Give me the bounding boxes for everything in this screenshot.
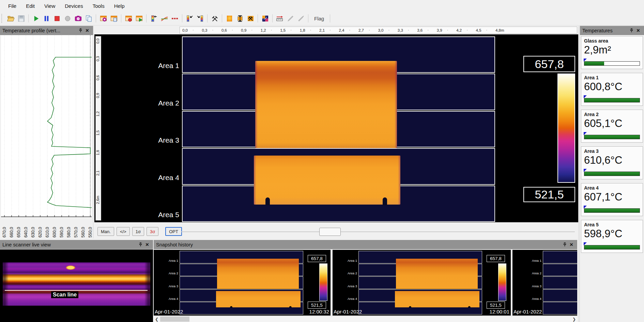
ruler-tick-label: 2,7 [358, 28, 364, 32]
vertical-fit-icon[interactable] [235, 14, 245, 23]
card-progress-bar [584, 135, 640, 139]
vertical-ruler: 0,0 0,3 0,6 0,9 1,2 1,5 1,8 2,1 2,6m [95, 36, 101, 221]
snapshot-camera-icon[interactable] [73, 14, 83, 23]
axis-tick-label: 650,0 [17, 219, 21, 238]
close-icon[interactable]: × [568, 241, 575, 248]
axis-tick-label: 630,0 [31, 219, 35, 238]
scroll-left-icon[interactable]: ❮ [154, 316, 160, 322]
history-scrollbar[interactable]: ❮ ❯ [154, 316, 577, 322]
menu-item[interactable]: File [3, 1, 21, 11]
mini-area-label: Area 2 [532, 271, 541, 275]
scale-to-min-icon[interactable] [195, 14, 205, 23]
palette-mosaic-icon[interactable] [260, 14, 270, 23]
toolbar-separator [308, 14, 308, 22]
close-icon[interactable]: × [84, 27, 91, 34]
toolbar-separator [258, 14, 258, 22]
scanner-thermal-strip [3, 262, 150, 306]
menu-item[interactable]: Help [109, 1, 129, 11]
card-label: Area 5 [584, 222, 640, 227]
pin-icon[interactable] [628, 27, 635, 34]
mini-glass-sheet-upper [396, 259, 478, 289]
menu-item[interactable]: Edit [21, 1, 40, 11]
ruler-tick-label: 0,6 [96, 75, 100, 80]
card-progress-bar [584, 245, 640, 249]
mini-colorbar [498, 263, 506, 301]
close-icon[interactable]: × [144, 241, 151, 248]
snapshot-item[interactable]: Area 1 Area 2 Area 3 Area 4 [512, 250, 577, 316]
position-slider-handle[interactable] [319, 228, 341, 236]
sheet-notch [383, 197, 387, 205]
open-file-icon[interactable] [6, 14, 15, 23]
measure-distance-icon[interactable] [275, 14, 285, 23]
ruler-tick-label: 1,2 [96, 111, 100, 116]
axis-tick-label: 560,0 [81, 219, 86, 238]
ruler-tick-label: 1,8 [96, 150, 100, 155]
toolbar-separator [182, 14, 182, 22]
snapshot-time: 12:00:32 [309, 309, 329, 315]
step-scale-button[interactable]: </> [117, 227, 130, 236]
sigma3-button[interactable]: 3σ [147, 227, 158, 236]
image-tools-icon[interactable] [246, 14, 255, 23]
menu-item[interactable]: View [40, 1, 60, 11]
close-icon[interactable]: × [635, 27, 642, 34]
temperature-card: Glass area 2,9m² [581, 36, 643, 69]
scale-max-value: 657,8 [523, 56, 575, 72]
temperature-profile-titlebar: Temperature profile (vert... × [0, 26, 93, 35]
axis-tick-label: 590,0 [60, 219, 64, 238]
thermal-image-icon[interactable] [225, 14, 234, 23]
axis-tick-label: 660,0 [10, 219, 14, 238]
card-label: Glass area [584, 38, 640, 44]
card-label: Area 1 [584, 75, 640, 80]
palette-assign-icon[interactable] [149, 14, 158, 23]
window-save-icon[interactable] [109, 14, 119, 23]
position-slider-track[interactable] [181, 231, 575, 232]
snapshot-date: Apr-01-2022 [155, 309, 183, 315]
card-label: Area 4 [584, 185, 640, 191]
ruler-tick-label: 3,9 [437, 28, 442, 32]
area-label: Area 4 [158, 174, 179, 182]
thermal-canvas[interactable]: 0,0 0,3 0,6 0,9 1,2 1,5 1,8 2,1 2,6m [94, 34, 578, 222]
profile-curves-icon[interactable] [159, 14, 169, 23]
toolbar-separator [28, 14, 29, 22]
ruler-tick-label: 0,9 [241, 28, 246, 32]
scrollbar-thumb[interactable] [160, 317, 189, 322]
temperatures-panel: Temperatures × Glass area 2,9m² Area 1 6… [580, 26, 644, 322]
export-down-icon[interactable] [286, 14, 295, 23]
scroll-right-icon[interactable]: ❯ [571, 316, 577, 322]
pause-icon[interactable] [42, 14, 51, 23]
export-up-icon[interactable] [296, 14, 306, 23]
line-scanner-titlebar: Line scanner live view × [0, 240, 153, 249]
window-record-icon[interactable] [124, 14, 133, 23]
ruler-tick-label: 0,9 [96, 93, 100, 98]
manual-scale-button[interactable]: Man. [97, 227, 114, 236]
isotherm-dashes-icon[interactable] [170, 14, 180, 23]
menu-item[interactable]: Tools [88, 1, 109, 11]
window-snapshot-icon[interactable] [98, 14, 108, 23]
pin-icon[interactable] [561, 241, 568, 248]
record-icon[interactable] [63, 14, 72, 23]
opt-button[interactable]: OPT [165, 227, 182, 236]
profile-x-axis-labels: 670,0 660,0 650,0 640,0 630,0 620,0 610,… [1, 219, 93, 238]
play-icon[interactable] [31, 14, 41, 23]
flag-button[interactable]: Flag [311, 15, 327, 22]
glass-sheet-upper [255, 61, 397, 148]
copy-icon[interactable] [84, 14, 93, 23]
card-progress-fill [584, 245, 640, 249]
mini-area-band: Area 2 [543, 264, 577, 276]
snapshot-item[interactable]: Area 1 Area 2 Area 3 Area 4 [154, 250, 331, 316]
snapshot-item[interactable]: Area 1 Area 2 Area 3 Area 4 [333, 250, 511, 316]
stop-icon[interactable] [52, 14, 62, 23]
sigma1-button[interactable]: 1σ [132, 227, 144, 236]
axis-tick-label: 640,0 [24, 219, 28, 238]
ruler-tick-label: 4,2 [456, 28, 462, 32]
window-play-icon[interactable] [134, 14, 144, 23]
save-icon[interactable] [16, 14, 26, 23]
tools-icon[interactable] [210, 14, 219, 23]
pin-icon[interactable] [77, 27, 84, 34]
menu-item[interactable]: Devices [60, 1, 88, 11]
toolbar-grip[interactable] [1, 14, 3, 23]
pin-icon[interactable] [137, 241, 144, 248]
card-progress-bar [584, 61, 640, 66]
scale-to-max-icon[interactable] [185, 14, 194, 23]
snapshot-history-titlebar: Snapshot history × [154, 240, 577, 249]
